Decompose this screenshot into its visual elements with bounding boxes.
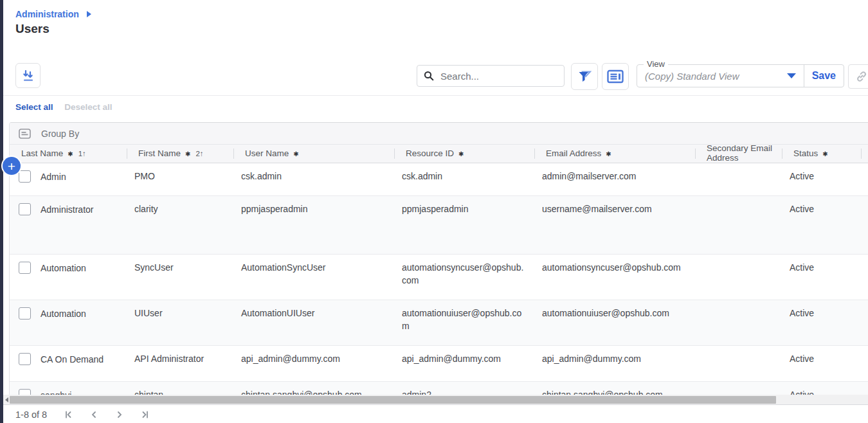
required-icon: ✱ (458, 150, 464, 158)
table-cell: Admin (10, 163, 127, 195)
column-header[interactable]: Email Address✱ (534, 145, 695, 163)
users-grid: Group By Last Name✱1↑First Name✱2↑User N… (9, 122, 868, 397)
view-layout-button[interactable] (602, 63, 629, 90)
table-row[interactable]: AutomationSyncUserAutomationSyncUserauto… (10, 255, 868, 300)
search-icon (424, 71, 434, 81)
required-icon: ✱ (606, 150, 611, 158)
table-cell: api_admin@dummy.com (233, 346, 394, 381)
scrollbar-thumb[interactable] (10, 396, 776, 404)
table-cell: clarity (127, 196, 233, 254)
view-selector-value[interactable]: (Copy) Standard View (637, 71, 787, 82)
table-cell: automationsyncuser@opshub.com (534, 255, 695, 300)
table-cell (695, 196, 782, 254)
table-cell (695, 346, 782, 381)
column-label: Secondary Email Address (707, 144, 782, 163)
table-cell: Active (782, 163, 861, 195)
row-checkbox[interactable] (19, 262, 31, 274)
table-cell (695, 300, 782, 345)
column-header[interactable]: First Name✱2↑ (127, 145, 233, 163)
table-cell: AutomationSyncUser (233, 255, 394, 300)
pagination-range: 1-8 of 8 (15, 410, 47, 420)
column-header[interactable]: Resource ID✱ (394, 145, 534, 163)
breadcrumb-arrow-icon[interactable] (87, 11, 91, 17)
save-view-button[interactable]: Save (804, 65, 844, 87)
table-cell: Automation (10, 255, 127, 300)
row-checkbox[interactable] (19, 170, 31, 183)
cell-text: Administrator (41, 203, 93, 216)
group-by-icon (19, 129, 31, 139)
add-user-button[interactable]: + (3, 157, 21, 175)
column-header[interactable]: Last Name✱1↑ (10, 145, 127, 163)
download-button[interactable] (15, 63, 41, 88)
filter-icon (577, 69, 592, 84)
header-row: Last Name✱1↑First Name✱2↑User Name✱Resou… (10, 145, 868, 163)
row-checkbox[interactable] (19, 203, 31, 215)
table-cell: AutomationUIUser (233, 300, 394, 345)
scroll-left-arrow-icon[interactable] (3, 397, 10, 402)
required-icon: ✱ (68, 150, 73, 158)
row-checkbox[interactable] (19, 307, 31, 320)
column-header[interactable]: User Name✱ (233, 145, 394, 163)
cell-text: Automation (41, 261, 86, 274)
board-view-icon (607, 69, 624, 84)
column-label: User Name (245, 149, 289, 159)
table-cell: automationuiuser@opshub.com (534, 300, 695, 345)
breadcrumb: Administration (15, 9, 91, 19)
column-label: Resource ID (406, 149, 454, 159)
table-cell: Active (782, 255, 861, 300)
first-page-button[interactable] (64, 410, 73, 419)
pagination: 1-8 of 8 (15, 410, 150, 420)
search-box[interactable] (417, 65, 565, 87)
search-input[interactable] (439, 70, 557, 82)
column-header[interactable]: Secondary Email Address (695, 145, 782, 163)
table-cell: admin@mailserver.com (534, 163, 695, 195)
last-page-button[interactable] (141, 410, 150, 419)
breadcrumb-administration-link[interactable]: Administration (15, 9, 79, 19)
plus-icon: + (8, 159, 15, 173)
table-cell: Active (782, 300, 861, 345)
collapsed-side-rail (0, 0, 3, 423)
column-header[interactable]: Status✱ (782, 145, 861, 163)
table-cell: api_admin@dummy.com (534, 346, 695, 381)
column-label: Email Address (546, 149, 601, 159)
download-icon (21, 69, 35, 83)
table-row[interactable]: AdminPMOcsk.admincsk.adminadmin@mailserv… (10, 163, 868, 196)
table-cell: Administrator (10, 196, 127, 254)
table-cell: csk.admin (233, 163, 394, 195)
previous-page-button[interactable] (89, 410, 98, 419)
table-row[interactable]: CA On DemandAPI Administratorapi_admin@d… (10, 346, 868, 382)
table-cell: CA On Demand (10, 346, 127, 381)
table-cell: Active (782, 346, 861, 381)
table-cell (695, 255, 782, 300)
chevron-down-icon[interactable] (787, 73, 796, 78)
row-checkbox[interactable] (19, 353, 31, 365)
filter-button[interactable] (571, 63, 598, 90)
table-cell: API Administrator (127, 346, 233, 381)
view-selector-label: View (644, 59, 668, 69)
horizontal-scrollbar[interactable] (3, 395, 868, 404)
table-cell: UIUser (127, 300, 233, 345)
table-cell (695, 163, 782, 195)
required-icon: ✱ (822, 150, 827, 158)
group-by-bar[interactable]: Group By (10, 123, 868, 145)
copy-link-button[interactable] (848, 64, 868, 89)
deselect-all-link[interactable]: Deselect all (64, 102, 112, 112)
column-label: First Name (138, 149, 181, 159)
column-header-empty (861, 145, 868, 163)
table-cell: automationuiuser@opshub.com (394, 300, 534, 345)
table-row[interactable]: AutomationUIUserAutomationUIUserautomati… (10, 300, 868, 346)
view-selector: View (Copy) Standard View Save (637, 64, 844, 87)
sort-indicator: 1↑ (78, 150, 86, 158)
select-all-link[interactable]: Select all (15, 102, 53, 112)
table-row[interactable]: Administratorclarityppmjasperadminppmjas… (10, 196, 868, 255)
table-cell: Active (782, 196, 861, 254)
cell-text: Automation (41, 307, 86, 320)
table-body: AdminPMOcsk.admincsk.adminadmin@mailserv… (10, 163, 868, 397)
next-page-button[interactable] (115, 410, 124, 419)
column-label: Last Name (21, 149, 63, 159)
table-cell: Automation (10, 300, 127, 345)
page-title: Users (15, 22, 50, 36)
required-icon: ✱ (185, 150, 190, 158)
table-cell: api_admin@dummy.com (394, 346, 534, 381)
link-icon (855, 70, 868, 83)
